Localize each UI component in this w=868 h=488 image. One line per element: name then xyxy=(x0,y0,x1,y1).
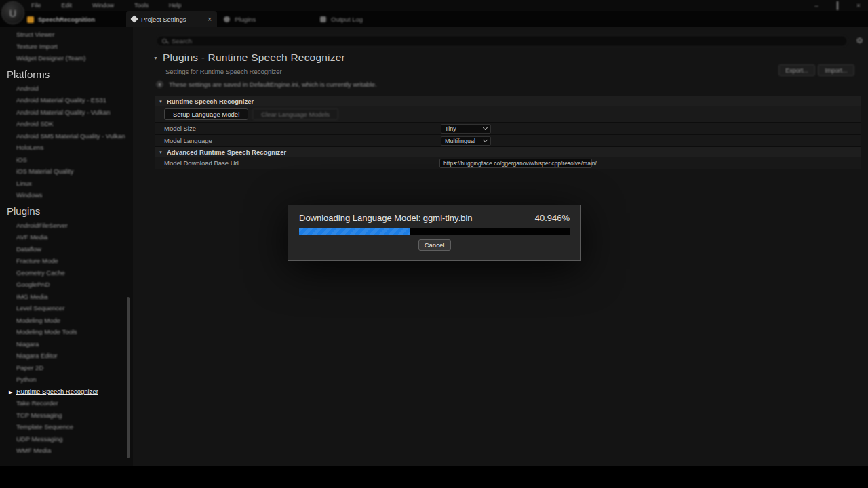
menu-file[interactable]: File xyxy=(28,2,44,9)
page-title: Plugins - Runtime Speech Recognizer xyxy=(163,52,345,64)
page-subtitle: Settings for Runtime Speech Recognizer xyxy=(165,68,282,75)
search-input[interactable] xyxy=(172,37,842,45)
project-tab-label: SpeechRecognition xyxy=(38,16,95,23)
model-language-label: Model Language xyxy=(155,137,212,144)
model-download-base-url-label: Model Download Base Url xyxy=(155,159,239,167)
tab-project-settings[interactable]: Project Settings × xyxy=(126,11,217,27)
download-percent: 40.946% xyxy=(535,213,570,223)
model-language-dropdown[interactable]: Multilingual xyxy=(441,136,491,146)
tab-label: Project Settings xyxy=(141,16,203,23)
download-progress-fill xyxy=(299,228,410,235)
tab-label: Plugins xyxy=(235,16,256,23)
section-header-runtime-speech-recognizer[interactable]: ▼ Runtime Speech Recognizer xyxy=(155,96,861,106)
sidebar-section-plugins: Plugins xyxy=(0,203,133,220)
section-title: Advanced Runtime Speech Recognizer xyxy=(167,148,286,156)
sidebar-item-struct-viewer[interactable]: Struct Viewer xyxy=(0,28,133,41)
menu-help[interactable]: Help xyxy=(166,2,184,9)
sidebar-item-widget-designer[interactable]: Widget Designer (Team) xyxy=(0,52,133,64)
sidebar-scrollbar[interactable] xyxy=(127,297,130,458)
config-file-notice: These settings are saved in DefaultEngin… xyxy=(169,81,377,88)
sidebar-item-wmf-media[interactable]: WMF Media xyxy=(0,445,133,457)
sidebar-item-niagara-editor[interactable]: Niagara Editor xyxy=(0,350,133,362)
sidebar-item-paper-2d[interactable]: Paper 2D xyxy=(0,362,133,374)
tab-label: Output Log xyxy=(331,16,363,23)
cancel-button[interactable]: Cancel xyxy=(418,239,451,251)
project-tab[interactable]: SpeechRecognition xyxy=(27,13,95,26)
setup-language-model-button[interactable]: Setup Language Model xyxy=(164,108,248,120)
model-size-value: Tiny xyxy=(445,125,456,132)
unreal-logo-icon[interactable]: U xyxy=(1,1,24,24)
sidebar-item-googlepad[interactable]: GooglePAD xyxy=(0,279,133,291)
sidebar-item-texture-import[interactable]: Texture Import xyxy=(0,41,133,53)
writable-status-icon xyxy=(156,81,163,88)
tab-plugins[interactable]: Plugins xyxy=(224,11,256,27)
clear-language-models-button[interactable]: Clear Language Models xyxy=(252,108,338,120)
sidebar-item-take-recorder[interactable]: Take Recorder xyxy=(0,397,133,409)
sidebar-item-level-sequencer[interactable]: Level Sequencer xyxy=(0,302,133,314)
sidebar-item-androidfileserver[interactable]: AndroidFileServer xyxy=(0,220,133,232)
model-size-dropdown[interactable]: Tiny xyxy=(441,124,491,134)
sidebar-item-modeling-mode-tools[interactable]: Modeling Mode Tools xyxy=(0,326,133,338)
download-dialog: Downloading Language Model: ggml-tiny.bi… xyxy=(288,205,581,261)
sidebar-item-android[interactable]: Android xyxy=(0,83,133,95)
sidebar-item-android-mq-es31[interactable]: Android Material Quality - ES31 xyxy=(0,94,133,106)
collapse-icon: ▼ xyxy=(159,100,163,104)
sidebar-item-modeling-mode[interactable]: Modeling Mode xyxy=(0,314,133,327)
chevron-down-icon xyxy=(483,125,488,130)
project-settings-icon xyxy=(130,15,138,22)
download-progress-bar xyxy=(299,228,570,235)
import-button[interactable]: Import... xyxy=(818,64,854,76)
section-header-advanced[interactable]: ▼ Advanced Runtime Speech Recognizer xyxy=(155,147,861,157)
project-icon xyxy=(27,16,34,23)
sidebar-item-fracture-mode[interactable]: Fracture Mode xyxy=(0,255,133,267)
selected-item-label: Runtime Speech Recognizer xyxy=(16,388,98,395)
sidebar-item-tcp-messaging[interactable]: TCP Messaging xyxy=(0,409,133,422)
model-download-base-url-row: Model Download Base Url https://huggingf… xyxy=(155,157,861,169)
menu-window[interactable]: Window xyxy=(90,2,117,9)
window-bottom-edge xyxy=(0,466,868,488)
menu-tools[interactable]: Tools xyxy=(132,2,151,9)
maximize-icon[interactable] xyxy=(833,2,842,9)
tab-output-log[interactable]: Output Log xyxy=(320,11,363,27)
output-log-icon xyxy=(320,16,326,22)
sidebar-item-android-sm5-mq-vulkan[interactable]: Android SM5 Material Quality - Vulkan xyxy=(0,130,133,142)
panel-settings-gear-icon[interactable]: ⚙ xyxy=(856,36,863,45)
search-icon xyxy=(162,39,167,44)
download-dialog-title: Downloading Language Model: ggml-tiny.bi… xyxy=(299,213,473,223)
model-size-row: Model Size Tiny xyxy=(155,123,861,135)
close-window-icon[interactable]: × xyxy=(854,2,863,9)
collapse-icon[interactable]: ▼ xyxy=(153,56,158,60)
expand-icon: ▶ xyxy=(9,386,12,399)
model-language-row: Model Language Multilingual xyxy=(155,135,861,147)
tab-bar: SpeechRecognition Project Settings × Plu… xyxy=(0,11,868,27)
sidebar-item-python[interactable]: Python xyxy=(0,373,133,386)
minimize-icon[interactable]: – xyxy=(812,2,821,9)
settings-category-sidebar: Struct Viewer Texture Import Widget Desi… xyxy=(0,27,133,466)
sidebar-item-windows[interactable]: Windows xyxy=(0,189,133,201)
search-bar[interactable] xyxy=(156,35,848,47)
sidebar-item-linux[interactable]: Linux xyxy=(0,178,133,190)
sidebar-item-android-mq-vulkan[interactable]: Android Material Quality - Vulkan xyxy=(0,106,133,119)
menu-bar: File Edit Window Tools Help – × xyxy=(0,0,868,11)
sidebar-item-android-sdk[interactable]: Android SDK xyxy=(0,118,133,130)
plugins-icon xyxy=(224,16,230,22)
model-download-base-url-field[interactable]: https://huggingface.co/ggerganov/whisper… xyxy=(439,159,592,168)
url-value: https://huggingface.co/ggerganov/whisper… xyxy=(443,160,597,167)
sidebar-item-geometry-cache[interactable]: Geometry Cache xyxy=(0,267,133,279)
sidebar-item-udp-messaging[interactable]: UDP Messaging xyxy=(0,433,133,445)
export-button[interactable]: Export... xyxy=(778,64,815,76)
sidebar-item-template-sequence[interactable]: Template Sequence xyxy=(0,421,133,433)
menu-edit[interactable]: Edit xyxy=(59,2,75,9)
sidebar-item-ios-mq[interactable]: iOS Material Quality xyxy=(0,165,133,178)
sidebar-item-ios[interactable]: iOS xyxy=(0,154,133,166)
collapse-icon: ▼ xyxy=(159,150,163,155)
sidebar-item-avf-media[interactable]: AVF Media xyxy=(0,231,133,243)
sidebar-item-niagara[interactable]: Niagara xyxy=(0,338,133,350)
sidebar-item-runtime-speech-recognizer[interactable]: ▶ Runtime Speech Recognizer xyxy=(0,386,133,398)
sidebar-item-hololens[interactable]: HoloLens xyxy=(0,142,133,154)
sidebar-item-dataflow[interactable]: Dataflow xyxy=(0,243,133,256)
model-size-label: Model Size xyxy=(155,125,196,132)
close-tab-icon[interactable]: × xyxy=(208,16,212,23)
sidebar-item-img-media[interactable]: IMG Media xyxy=(0,291,133,303)
chevron-down-icon xyxy=(483,138,488,142)
